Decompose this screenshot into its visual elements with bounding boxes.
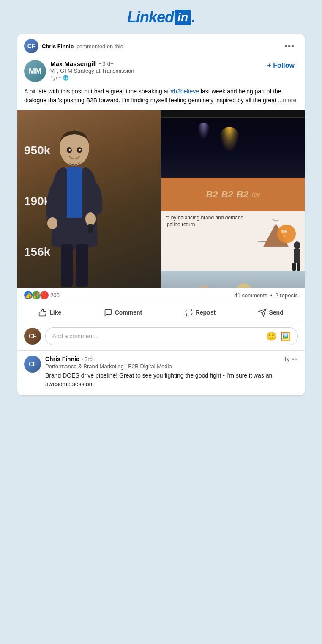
comment-label: Comment — [115, 309, 142, 316]
svg-text:95%: 95% — [281, 230, 288, 233]
comments-count[interactable]: 41 comments — [234, 292, 267, 299]
image-button[interactable]: 🖼️ — [280, 331, 291, 341]
post-image-left[interactable]: 950k 190k 156k — [17, 110, 161, 288]
comment-placeholder: Add a comment... — [52, 333, 99, 340]
comment-role: Performance & Brand Marketing | B2B Digi… — [45, 363, 298, 370]
comment-time: 1y — [284, 356, 290, 362]
send-label: Send — [269, 309, 284, 316]
author-avatar[interactable]: MM — [24, 60, 46, 82]
celebrate-reaction: 🎉 — [32, 291, 41, 299]
svg-point-2 — [85, 212, 96, 226]
like-label: Like — [49, 309, 61, 316]
like-button[interactable]: Like — [32, 305, 68, 320]
reposts-count[interactable]: 2 reposts — [276, 292, 298, 299]
like-icon — [38, 308, 47, 317]
more-link[interactable]: ...more — [278, 97, 297, 104]
actions-row: Like Comment Repost Send — [17, 303, 305, 322]
comment-author-degree: • 3rd+ — [81, 356, 96, 362]
svg-rect-3 — [88, 224, 93, 233]
current-user-avatar: CF — [24, 328, 41, 345]
logo-in-box: in — [175, 10, 191, 25]
commenter-avatar-large[interactable]: CF — [24, 356, 41, 373]
send-icon — [258, 308, 267, 317]
engagement-stats: 41 comments • 2 reposts — [234, 292, 298, 299]
slide-area: ct by balancing brand and demand ipeline… — [161, 211, 305, 271]
reaction-count: 200 — [50, 292, 60, 299]
svg-point-12 — [277, 225, 296, 243]
activity-action: commented on this — [76, 43, 123, 49]
comment-input-icons: 🙂 🖼️ — [266, 331, 291, 341]
activity-text: Chris Finnie commented on this — [42, 43, 123, 49]
presenter-silhouette — [290, 241, 305, 271]
repost-label: Repost — [196, 309, 216, 316]
svg-rect-19 — [292, 263, 296, 271]
more-options-button[interactable]: ••• — [281, 40, 298, 53]
reaction-icons: 👍 🎉 ❤️ — [24, 291, 49, 299]
audience-area — [161, 271, 305, 288]
speaker-figure — [30, 127, 119, 288]
comment-author-name[interactable]: Chris Finnie — [45, 356, 79, 362]
reactions-row: 👍 🎉 ❤️ 200 41 comments • 2 reposts — [17, 288, 305, 303]
send-button[interactable]: Send — [251, 305, 290, 320]
b2b-text-1: B2 — [206, 189, 218, 200]
svg-text:Demand: Demand — [257, 240, 266, 243]
post-author-section: MM Max Massengill • 3rd+ VP, GTM Strateg… — [17, 57, 305, 87]
b2b-banner: B2 B2 B2 iev — [161, 178, 305, 211]
post-body-text: A bit late with this post but had a grea… — [24, 88, 170, 95]
comment-header: Chris Finnie • 3rd+ 1y ••• — [45, 356, 298, 362]
comment-meta: 1y ••• — [284, 356, 298, 362]
comment-author-info: Chris Finnie • 3rd+ — [45, 356, 96, 362]
svg-point-17 — [294, 241, 300, 249]
repost-button[interactable]: Repost — [178, 305, 222, 320]
author-title: VP, GTM Strategy at Transmission — [50, 68, 260, 74]
comment-input-row: CF Add a comment... 🙂 🖼️ — [17, 322, 305, 351]
commenter-name: Chris Finnie — [42, 43, 74, 49]
author-name[interactable]: Max Massengill — [50, 60, 97, 67]
commenter-avatar: CF — [24, 39, 38, 53]
like-reaction: 👍 — [24, 291, 33, 299]
comment-more-options[interactable]: ••• — [292, 356, 298, 362]
svg-text:of: of — [283, 235, 285, 237]
emoji-button[interactable]: 🙂 — [266, 331, 277, 341]
activity-header: CF Chris Finnie commented on this ••• — [17, 34, 305, 57]
post-image-right[interactable]: B2 B2 B2 iev ct by balancing brand and d… — [161, 110, 305, 288]
author-degree: • 3rd+ — [99, 60, 114, 67]
post-body: A bit late with this post but had a grea… — [17, 87, 305, 110]
post-time: 1yr — [50, 75, 57, 81]
author-avatar-img: MM — [24, 60, 46, 82]
repost-icon — [185, 308, 193, 317]
love-reaction: ❤️ — [40, 291, 49, 299]
svg-rect-20 — [297, 263, 300, 271]
b2b-text-3: B2 — [237, 189, 248, 200]
comment-item: CF Chris Finnie • 3rd+ 1y ••• Performanc… — [24, 356, 298, 389]
separator: • — [59, 75, 61, 81]
reaction-summary: 👍 🎉 ❤️ 200 — [24, 291, 60, 299]
logo-text: Linked — [127, 8, 174, 26]
comment-bubble: Chris Finnie • 3rd+ 1y ••• Performance &… — [45, 356, 298, 389]
post-images: 950k 190k 156k — [17, 110, 305, 288]
b2b-text-4: iev — [252, 191, 260, 198]
comment-icon — [104, 308, 112, 317]
post-card: CF Chris Finnie commented on this ••• MM… — [17, 34, 305, 395]
svg-point-10 — [79, 149, 81, 151]
svg-rect-5 — [61, 244, 73, 287]
comment-button[interactable]: Comment — [97, 305, 149, 320]
author-info: Max Massengill • 3rd+ VP, GTM Strategy a… — [50, 60, 260, 81]
svg-text:Brand: Brand — [273, 219, 279, 222]
commenter-info: CF Chris Finnie commented on this — [24, 39, 123, 53]
commenter-avatar-img: CF — [24, 39, 38, 53]
svg-point-9 — [69, 149, 71, 151]
follow-button[interactable]: + Follow — [264, 60, 298, 71]
svg-point-4 — [47, 217, 57, 229]
audience-head-3 — [233, 283, 254, 288]
audience-head-1 — [194, 285, 213, 288]
b2b-text-2: B2 — [221, 189, 233, 200]
svg-rect-18 — [294, 249, 300, 263]
comment-text: Brand DOES drive pipeline! Great to see … — [45, 371, 298, 389]
visibility-icon: 🌐 — [63, 75, 69, 81]
post-hashtag[interactable]: #b2believe — [170, 88, 199, 95]
svg-rect-6 — [76, 244, 88, 287]
linkedin-logo: Linked in . — [127, 8, 195, 26]
author-name-row: Max Massengill • 3rd+ — [50, 60, 260, 67]
comment-input-wrapper[interactable]: Add a comment... 🙂 🖼️ — [45, 327, 298, 345]
